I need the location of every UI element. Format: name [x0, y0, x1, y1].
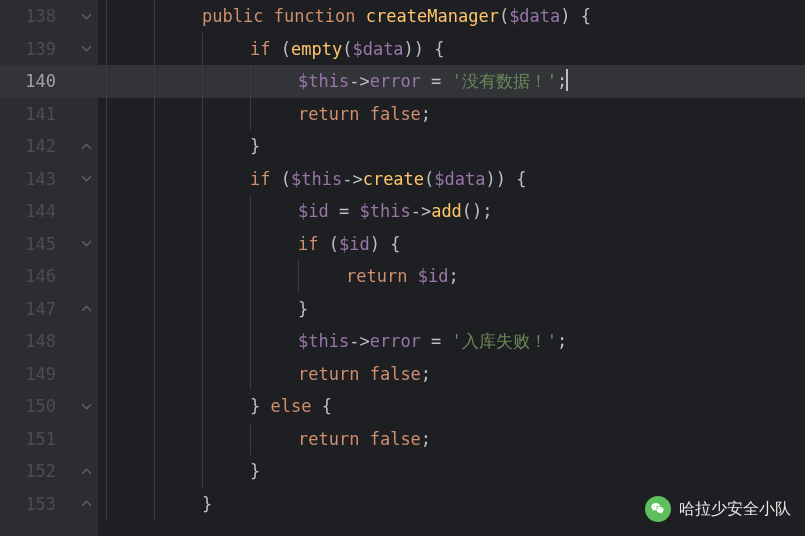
fold-up-icon[interactable]: [74, 293, 98, 326]
code-line[interactable]: if ($id) {: [98, 228, 805, 261]
line-number: 148: [0, 325, 74, 358]
code-line[interactable]: }: [98, 488, 805, 521]
fold-empty: [74, 325, 98, 358]
line-number: 143: [0, 163, 74, 196]
code-line[interactable]: $this->error = '没有数据！';: [98, 65, 805, 98]
code-line[interactable]: return false;: [98, 423, 805, 456]
code-line[interactable]: if (empty($data)) {: [98, 33, 805, 66]
line-number: 145: [0, 228, 74, 261]
line-number: 142: [0, 130, 74, 163]
fold-empty: [74, 260, 98, 293]
fold-empty: [74, 98, 98, 131]
code-line[interactable]: return false;: [98, 358, 805, 391]
fold-up-icon[interactable]: [74, 455, 98, 488]
fold-down-icon[interactable]: [74, 0, 98, 33]
fold-up-icon[interactable]: [74, 130, 98, 163]
line-number: 153: [0, 488, 74, 521]
line-number: 147: [0, 293, 74, 326]
fold-down-icon[interactable]: [74, 228, 98, 261]
line-number: 146: [0, 260, 74, 293]
fold-down-icon[interactable]: [74, 163, 98, 196]
code-area[interactable]: public function createManager($data) {if…: [98, 0, 805, 536]
code-line[interactable]: $this->error = '入库失败！';: [98, 325, 805, 358]
line-number: 152: [0, 455, 74, 488]
fold-empty: [74, 358, 98, 391]
line-number: 149: [0, 358, 74, 391]
fold-up-icon[interactable]: [74, 488, 98, 521]
fold-down-icon[interactable]: [74, 390, 98, 423]
line-number: 151: [0, 423, 74, 456]
line-number: 150: [0, 390, 74, 423]
fold-column: [74, 0, 98, 536]
code-line[interactable]: }: [98, 293, 805, 326]
code-line[interactable]: return $id;: [98, 260, 805, 293]
fold-empty: [74, 65, 98, 98]
code-line[interactable]: $id = $this->add();: [98, 195, 805, 228]
code-line[interactable]: }: [98, 455, 805, 488]
fold-down-icon[interactable]: [74, 33, 98, 66]
code-line[interactable]: } else {: [98, 390, 805, 423]
code-line[interactable]: }: [98, 130, 805, 163]
line-number: 139: [0, 33, 74, 66]
code-line[interactable]: public function createManager($data) {: [98, 0, 805, 33]
fold-empty: [74, 195, 98, 228]
code-editor[interactable]: 1381391401411421431441451461471481491501…: [0, 0, 805, 536]
code-line[interactable]: return false;: [98, 98, 805, 131]
text-cursor: [566, 69, 568, 91]
line-number: 144: [0, 195, 74, 228]
line-number: 141: [0, 98, 74, 131]
fold-empty: [74, 423, 98, 456]
code-line[interactable]: if ($this->create($data)) {: [98, 163, 805, 196]
line-number-gutter: 1381391401411421431441451461471481491501…: [0, 0, 74, 536]
line-number: 140: [0, 65, 74, 98]
line-number: 138: [0, 0, 74, 33]
